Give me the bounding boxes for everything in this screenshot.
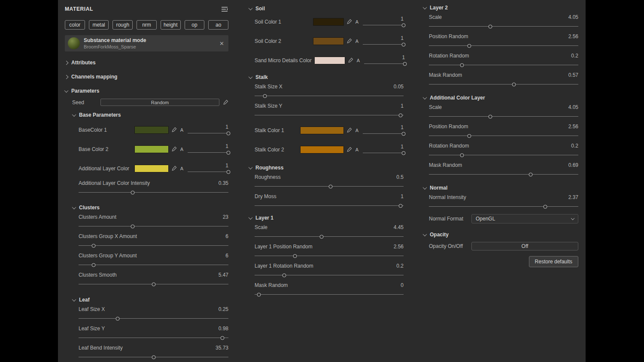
options-menu-icon[interactable] <box>222 6 228 12</box>
color-swatch[interactable] <box>314 57 345 64</box>
eyedropper-icon[interactable] <box>346 127 352 133</box>
slider-track[interactable] <box>429 63 578 68</box>
section-layer2[interactable]: Layer 2 <box>423 4 578 11</box>
slider-handle[interactable] <box>131 225 134 229</box>
slider-track[interactable] <box>255 94 404 99</box>
slider-track[interactable] <box>429 172 578 177</box>
eyedropper-icon[interactable] <box>171 127 177 133</box>
section-attributes[interactable]: Attributes <box>65 59 228 66</box>
slider-track[interactable] <box>79 243 228 248</box>
slider-track[interactable] <box>429 204 578 209</box>
edit-icon[interactable] <box>223 100 228 105</box>
opacity-toggle[interactable]: Off <box>471 242 578 250</box>
slider-handle[interactable] <box>512 83 516 87</box>
slider-handle[interactable] <box>544 205 547 209</box>
slider-track[interactable] <box>363 23 404 28</box>
color-swatch[interactable] <box>134 145 169 153</box>
slider-track[interactable] <box>364 61 405 66</box>
slider-track[interactable] <box>79 224 228 229</box>
slider-handle[interactable] <box>467 44 471 48</box>
seed-input[interactable]: Random <box>100 99 219 106</box>
slider-track[interactable] <box>255 203 404 208</box>
slider-handle[interactable] <box>227 151 231 154</box>
slider-track[interactable] <box>363 131 404 136</box>
color-swatch[interactable] <box>300 146 344 154</box>
section-clusters[interactable]: Clusters <box>73 204 228 211</box>
close-icon[interactable]: ✕ <box>219 40 224 47</box>
eyedropper-icon[interactable] <box>346 147 352 152</box>
slider-handle[interactable] <box>227 131 231 135</box>
channel-button-metal[interactable]: metal <box>89 20 109 30</box>
slider-track[interactable] <box>79 262 228 268</box>
section-stalk[interactable]: Stalk <box>249 74 404 81</box>
slider-track[interactable] <box>429 114 578 119</box>
slider-handle[interactable] <box>131 191 134 195</box>
channel-button-ao[interactable]: ao <box>208 20 228 30</box>
section-parameters[interactable]: Parameters <box>65 87 228 94</box>
slider-track[interactable] <box>188 150 228 155</box>
slider-track[interactable] <box>255 253 404 259</box>
color-swatch[interactable] <box>300 127 344 134</box>
slider-handle[interactable] <box>293 254 297 258</box>
material-mode-card[interactable]: Substance material mode BroomForkMoss_Sp… <box>65 35 228 51</box>
slider-track[interactable] <box>429 24 578 29</box>
section-soil[interactable]: Soil <box>249 5 404 12</box>
slider-track[interactable] <box>79 355 228 360</box>
slider-handle[interactable] <box>402 23 406 27</box>
slider-handle[interactable] <box>403 62 407 66</box>
slider-handle[interactable] <box>320 235 324 239</box>
slider-handle[interactable] <box>399 114 403 118</box>
channel-button-nrm[interactable]: nrm <box>137 20 157 30</box>
color-swatch[interactable] <box>313 37 344 45</box>
channel-button-color[interactable]: color <box>65 20 85 30</box>
slider-handle[interactable] <box>152 283 155 287</box>
channel-button-rough[interactable]: rough <box>112 20 133 30</box>
slider-handle[interactable] <box>402 151 406 155</box>
slider-track[interactable] <box>363 42 404 47</box>
slider-track[interactable] <box>79 190 228 195</box>
slider-handle[interactable] <box>460 63 464 67</box>
slider-handle[interactable] <box>283 274 286 278</box>
color-swatch[interactable] <box>134 165 169 172</box>
slider-handle[interactable] <box>328 185 332 189</box>
slider-handle[interactable] <box>488 25 492 29</box>
eyedropper-icon[interactable] <box>346 19 352 24</box>
slider-handle[interactable] <box>467 134 471 138</box>
section-roughness[interactable]: Roughness <box>249 164 404 171</box>
section-channels-mapping[interactable]: Channels mapping <box>65 73 228 80</box>
slider-handle[interactable] <box>263 94 267 98</box>
eyedropper-icon[interactable] <box>171 146 177 152</box>
slider-handle[interactable] <box>152 356 155 359</box>
slider-handle[interactable] <box>399 204 403 208</box>
eyedropper-icon[interactable] <box>346 38 352 44</box>
section-layer1[interactable]: Layer 1 <box>249 214 404 221</box>
slider-track[interactable] <box>255 113 404 118</box>
section-normal[interactable]: Normal <box>423 184 578 191</box>
slider-track[interactable] <box>363 151 404 156</box>
slider-track[interactable] <box>79 316 228 321</box>
slider-handle[interactable] <box>91 263 95 267</box>
slider-track[interactable] <box>188 131 228 136</box>
slider-track[interactable] <box>255 234 404 239</box>
slider-handle[interactable] <box>529 173 532 177</box>
normal-format-select[interactable]: OpenGL <box>471 214 578 223</box>
slider-track[interactable] <box>255 184 404 189</box>
slider-track[interactable] <box>429 43 578 48</box>
slider-handle[interactable] <box>402 42 406 46</box>
slider-track[interactable] <box>255 292 404 297</box>
slider-handle[interactable] <box>460 154 464 157</box>
slider-handle[interactable] <box>257 293 261 297</box>
eyedropper-icon[interactable] <box>348 57 353 63</box>
section-base-parameters[interactable]: Base Parameters <box>73 112 228 118</box>
slider-track[interactable] <box>429 133 578 139</box>
slider-track[interactable] <box>255 273 404 278</box>
section-opacity[interactable]: Opacity <box>423 231 578 238</box>
slider-track[interactable] <box>429 82 578 87</box>
slider-track[interactable] <box>188 169 228 175</box>
section-leaf[interactable]: Leaf <box>73 296 228 303</box>
slider-handle[interactable] <box>115 317 119 321</box>
slider-track[interactable] <box>79 335 228 341</box>
slider-handle[interactable] <box>227 170 231 174</box>
slider-handle[interactable] <box>488 115 492 119</box>
slider-track[interactable] <box>79 282 228 287</box>
